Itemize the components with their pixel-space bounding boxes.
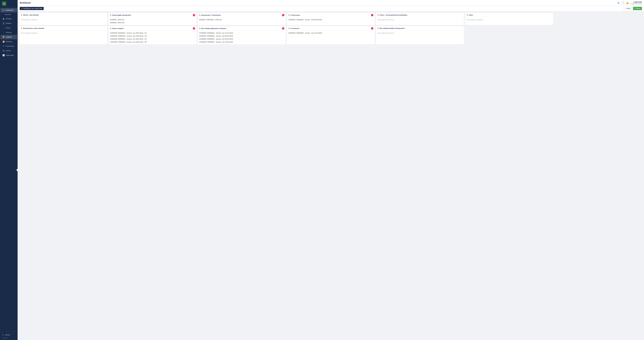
sidebar-item-beheer[interactable]: ≡ Beheer xyxy=(2,333,16,337)
card-badge: 1 xyxy=(371,27,373,30)
list-item[interactable]: I24000002 - MSGV BV xyxy=(108,21,196,24)
card-sort-icon: ⇅ xyxy=(377,14,379,16)
header-right: 📡 ? 🔔 LogicTrade Customer Service xyxy=(617,1,642,4)
dashboard-badge[interactable]: ⊙ Dashboard van LogicTrade xyxy=(20,7,44,10)
sidebar-item-inkoop[interactable]: ↓ Inkoop xyxy=(0,26,17,30)
card-body: V24000003: R00000001 - Janssen, Jan (14-… xyxy=(198,31,286,44)
list-item[interactable]: V24000001: R00000001 - Janssen, Jan (09-… xyxy=(198,34,286,38)
list-item[interactable]: V24000004: R00000001 - Janssen, Jan (21-… xyxy=(287,32,375,34)
sidebar-item-overzicht[interactable]: Overzicht xyxy=(0,12,17,16)
card-badge: 1 xyxy=(371,14,373,16)
list-item[interactable]: V24000002: R00000001 - Janssen, Jan (202… xyxy=(108,34,196,38)
list-item[interactable]: I24000001 - MSGV BV xyxy=(108,18,196,21)
card-title: Te factureren xyxy=(290,28,300,29)
sidebar-label-overzicht: Overzicht xyxy=(5,14,11,15)
sidebar-label-planning: Planning xyxy=(6,41,12,42)
list-item[interactable]: V24000001: R00000001 - Janssen, Jan (09-… xyxy=(287,18,375,21)
sidebar-item-rapportage[interactable]: 📊 Rapportage xyxy=(0,53,17,58)
card-sort-icon: ⇅ xyxy=(288,14,290,16)
sidebar-item-verkoop[interactable]: ↑ Verkoop xyxy=(0,30,17,35)
list-item[interactable]: V24000002: R00000001 - Janssen, Jan (09-… xyxy=(198,38,286,40)
sidebar-nav: ⊙ Dashboard Overzicht ▣ Artikelen 👤 Rela… xyxy=(0,7,18,332)
card-header-inkooporders-te-laat: ⇅Inkooporders: Te laat binnen1 xyxy=(198,13,286,18)
sidebar: LT ⊙ Dashboard Overzicht ▣ Artikelen 👤 R… xyxy=(0,0,18,340)
sidebar-item-dashboard[interactable]: ⊙ Dashboard xyxy=(0,8,17,12)
sub-header: ⊙ Dashboard van LogicTrade ··· Acties + … xyxy=(18,6,644,11)
user-name: LogicTrade xyxy=(634,1,642,3)
card-sort-icon: ⇅ xyxy=(377,27,379,29)
sidebar-logo: LT xyxy=(0,0,18,7)
relaties-icon: 👤 xyxy=(2,22,5,24)
card-badge: 1 xyxy=(282,14,284,16)
logistiek-icon: 📦 xyxy=(2,36,5,38)
card-header-verkooporders-zonder-allocatie: ⇅Verkooporders zonder allocatie xyxy=(20,26,107,30)
card-title: Onbevestigde inkooporders xyxy=(112,14,131,16)
card-title: Inkooporders: Te laat binnen xyxy=(201,14,221,16)
board-row-1: ⇅Offertes - Niet definitiefGeen gegevens… xyxy=(20,13,642,25)
sidebar-item-relaties[interactable]: 👤 Relaties xyxy=(0,21,17,26)
empty-state: Geen gegevens aanwezig xyxy=(376,31,464,35)
sidebar-label-artikelen: Artikelen xyxy=(6,18,12,20)
nieuw-button[interactable]: + Nieuw xyxy=(633,7,642,10)
card-header-offertes: ⇅Offertes - Niet definitief xyxy=(20,13,107,17)
board-card-niet-volledig-uitgeleverde-verkooporders: ⇅Niet volledig uitgeleverde verkoopor...… xyxy=(198,26,286,44)
list-item[interactable]: V24000003: R00000001 - Janssen, Jan (14-… xyxy=(198,32,286,34)
card-sort-icon: ⇅ xyxy=(466,14,468,16)
card-body: Geen gegevens aanwezig xyxy=(376,30,464,36)
card-body: V24000001: R00000001 - Janssen, Jan (09-… xyxy=(287,18,375,22)
card-title: Orders compleet xyxy=(112,28,124,29)
rapportage-icon: 📊 xyxy=(2,54,5,56)
card-title: Verkooporders zonder allocatie xyxy=(23,28,44,29)
card-header-te-factureren: ⇅Te factureren1 xyxy=(287,26,375,31)
dashboard-badge-label: Dashboard van LogicTrade xyxy=(23,8,42,10)
sidebar-footer: ≡ Beheer Week 28 xyxy=(0,332,18,340)
page-title: Dashboard xyxy=(20,2,31,4)
facturering-icon: € xyxy=(2,45,5,47)
list-item[interactable]: V24000005: R00000001 - Janssen, Jan (202… xyxy=(108,38,196,40)
artikelen-icon: ▣ xyxy=(2,18,5,20)
sidebar-item-facturering[interactable]: € Facturering xyxy=(0,44,17,48)
sidebar-item-logistiek[interactable]: 📦 Logistiek xyxy=(0,35,17,39)
card-title: Te laat binnen xyxy=(290,14,300,16)
broadcast-icon[interactable]: 📡 xyxy=(617,2,620,4)
header: Dashboard 📡 ? 🔔 LogicTrade Customer Serv… xyxy=(18,0,644,6)
inkoop-icon: ↓ xyxy=(2,27,5,29)
list-item[interactable]: V24000005: R00000001 - Janssen, Jan (16-… xyxy=(198,40,286,44)
card-title: Offertes - Niet definitief xyxy=(23,14,39,16)
card-body: Geen gegevens aanwezig xyxy=(465,17,553,22)
list-item[interactable]: V24000006: R00000001 - Janssen, Jan (202… xyxy=(108,40,196,44)
card-sort-icon: ⇅ xyxy=(21,27,22,29)
board-card-orders-compleet: ⇅Orders compleet4V24000003: R00000001 - … xyxy=(108,26,196,44)
card-badge: 4 xyxy=(193,27,195,30)
board-card-offertes: ⇅Offertes - Niet definitiefGeen gegevens… xyxy=(20,13,107,25)
sidebar-item-service[interactable]: 🔧 Service xyxy=(0,48,17,53)
empty-state: Geen gegevens aanwezig xyxy=(465,18,553,22)
acties-button[interactable]: ··· Acties xyxy=(623,7,632,10)
card-body: V24000003: R00000001 - Janssen, Jan (202… xyxy=(108,31,196,44)
planning-icon: 📅 xyxy=(2,40,5,43)
sidebar-label-rapportage: Rapportage xyxy=(6,54,14,56)
card-body: Geen gegevens aanwezig xyxy=(20,30,107,36)
card-body: I24000001 - MSGV BVI24000002 - MSGV BV xyxy=(108,18,196,25)
help-icon[interactable]: ? xyxy=(622,2,624,4)
card-badge: 4 xyxy=(282,27,284,30)
board-card-niet-volledig-betaalde-verkooporders: ⇅Niet volledig betaalde verkoopordersGee… xyxy=(376,26,464,44)
list-item[interactable]: I24000001: R00000002 - MSGV BV xyxy=(198,18,286,21)
card-body: V24000004: R00000001 - Janssen, Jan (21-… xyxy=(287,31,375,35)
user-subtitle: Customer Service xyxy=(630,3,642,4)
board-card-te-laat-binnen: ⇅Te laat binnen1V24000001: R00000001 - J… xyxy=(287,13,375,25)
empty-state: Geen gegevens aanwezig xyxy=(20,31,107,35)
board-content: ⇅Offertes - Niet definitiefGeen gegevens… xyxy=(18,11,644,340)
list-item[interactable]: V24000003: R00000001 - Janssen, Jan (202… xyxy=(108,32,196,34)
card-header-onbevestigde-inkooporders: ⇅Onbevestigde inkooporders2 xyxy=(108,13,196,18)
notifications-icon[interactable]: 🔔 xyxy=(626,2,629,4)
sub-header-actions: ··· Acties + Nieuw xyxy=(623,7,642,10)
sidebar-item-planning[interactable]: 📅 Planning xyxy=(0,39,17,44)
card-title: Niet volledig betaalde verkooporders xyxy=(380,28,405,29)
card-sort-icon: ⇅ xyxy=(21,14,22,16)
sidebar-item-artikelen[interactable]: ▣ Artikelen xyxy=(0,16,17,21)
empty-state: Geen gegevens aanwezig xyxy=(376,18,464,22)
card-header-niet-volledig-betaalde-verkooporders: ⇅Niet volledig betaalde verkooporders xyxy=(376,26,464,30)
sidebar-label-service: Service xyxy=(6,50,11,52)
card-sort-icon: ⇅ xyxy=(288,28,290,30)
